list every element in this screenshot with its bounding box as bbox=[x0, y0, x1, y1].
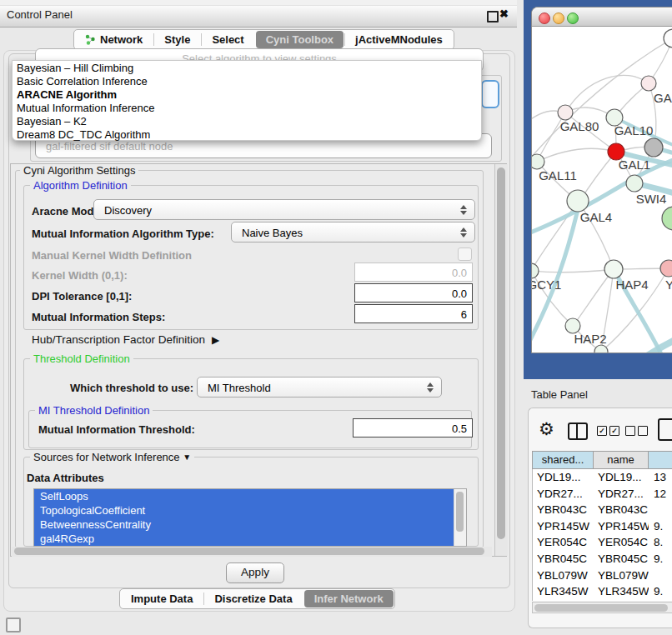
zoom-window-icon[interactable] bbox=[567, 12, 579, 24]
table-row[interactable]: YLR345WYLR345W9. bbox=[533, 583, 672, 600]
close-panel-icon[interactable]: ✖ bbox=[499, 8, 509, 20]
minimize-window-icon[interactable] bbox=[553, 12, 564, 24]
table-cell: YLR345W bbox=[594, 583, 649, 600]
network-edge[interactable] bbox=[532, 269, 614, 272]
manual-kernel-checkbox[interactable] bbox=[458, 248, 472, 261]
column-header-third[interactable] bbox=[649, 452, 672, 468]
tab-network[interactable]: Network bbox=[74, 30, 153, 49]
table-row[interactable]: YDR27...YDR27...12 bbox=[533, 486, 672, 502]
mi-threshold-input[interactable]: 0.5 bbox=[353, 418, 473, 438]
settings-vertical-scrollbar[interactable] bbox=[494, 164, 508, 556]
threshold-definition-title: Threshold Definition bbox=[30, 352, 133, 365]
which-threshold-combo[interactable]: MI Threshold bbox=[197, 377, 442, 398]
network-node[interactable] bbox=[660, 260, 672, 277]
table-settings-gear-icon[interactable]: ⚙ bbox=[539, 420, 554, 438]
table-row[interactable]: YDL19...YDL19...13 bbox=[533, 469, 672, 486]
list-scrollbar[interactable] bbox=[454, 489, 466, 546]
table-cell: YBR043C bbox=[594, 502, 649, 518]
table-cell: YER054C bbox=[594, 534, 649, 551]
tab-discretize-data[interactable]: Discretize Data bbox=[203, 589, 303, 608]
stepper-icon bbox=[427, 382, 434, 392]
tab-label: Style bbox=[164, 33, 190, 46]
data-attributes-list[interactable]: SelfLoopsTopologicalCoefficientBetweenne… bbox=[33, 488, 467, 547]
network-node[interactable] bbox=[641, 76, 656, 91]
algorithm-option[interactable]: Bayesian – K2 bbox=[13, 115, 481, 128]
network-node[interactable] bbox=[644, 138, 663, 157]
select-all-columns-icon[interactable]: ✓✓ bbox=[597, 426, 619, 436]
algorithm-option[interactable]: Dream8 DC_TDC Algorithm bbox=[13, 128, 481, 142]
table-row[interactable]: YBL079WYBL079W bbox=[533, 568, 672, 584]
network-node[interactable] bbox=[664, 29, 672, 48]
table-body: YDL19...YDL19...13YDR27...YDR27...12YBR0… bbox=[532, 469, 672, 601]
export-table-icon[interactable] bbox=[658, 418, 672, 441]
table-cell bbox=[649, 502, 672, 518]
node-label: GCY1 bbox=[532, 278, 561, 292]
node-label: GAL4 bbox=[580, 210, 612, 224]
table-row[interactable]: YPR145WYPR145W9. bbox=[533, 518, 672, 535]
tab-impute-data[interactable]: Impute Data bbox=[120, 589, 203, 608]
scrollbar-thumb[interactable] bbox=[14, 548, 484, 555]
data-attribute-item[interactable]: gal4RGexp bbox=[34, 532, 454, 546]
network-node[interactable] bbox=[558, 105, 573, 120]
collapsed-panel-icon[interactable] bbox=[6, 618, 21, 632]
table-cell: YJL052C bbox=[594, 600, 649, 601]
float-panel-icon[interactable] bbox=[487, 11, 499, 22]
deselect-all-columns-icon[interactable] bbox=[625, 426, 648, 436]
table-row[interactable]: YBR043CYBR043C bbox=[533, 502, 672, 518]
algorithm-option[interactable]: Basic Correlation Inference bbox=[13, 75, 481, 88]
hub-section-label: Hub/Transcription Factor Definition bbox=[32, 333, 205, 346]
table-cell: YBR045C bbox=[594, 551, 649, 568]
network-node[interactable] bbox=[594, 345, 608, 353]
network-canvas[interactable]: GALGAL80GAL10GAL1GAL11SWI4GAL4GCY1HAP4YH… bbox=[532, 26, 672, 353]
mi-type-value: Naive Bayes bbox=[232, 222, 474, 239]
table-row[interactable]: YJL052CYJL052C0. bbox=[533, 600, 672, 601]
tab-infer-network[interactable]: Infer Network bbox=[304, 590, 394, 608]
table-row[interactable]: YER054CYER054C8. bbox=[533, 534, 672, 551]
tab-jactivemnodules[interactable]: jActiveMNodules bbox=[344, 30, 454, 49]
network-edge[interactable] bbox=[537, 148, 616, 162]
control-panel-tabbar: Network Style Select Cyni Toolbox jActiv… bbox=[73, 29, 454, 50]
column-header-name[interactable]: name bbox=[594, 452, 649, 468]
algorithm-option[interactable]: Bayesian – Hill Climbing bbox=[13, 62, 481, 75]
scrollbar-thumb[interactable] bbox=[534, 604, 668, 612]
network-window-titlebar[interactable] bbox=[532, 8, 672, 27]
apply-button[interactable]: Apply bbox=[226, 562, 284, 583]
network-window: GALGAL80GAL10GAL1GAL11SWI4GAL4GCY1HAP4YH… bbox=[531, 7, 672, 353]
mi-type-combo[interactable]: Naive Bayes bbox=[231, 222, 475, 242]
network-edge[interactable] bbox=[574, 269, 614, 325]
control-panel-titlebar bbox=[0, 5, 517, 28]
table-cell: YDR27... bbox=[533, 486, 594, 502]
sources-group-title[interactable]: Sources for Network Inference ▼ bbox=[30, 451, 194, 463]
network-node[interactable] bbox=[662, 207, 672, 230]
data-attribute-item[interactable]: BetweennessCentrality bbox=[34, 518, 454, 532]
scrollbar-thumb[interactable] bbox=[497, 168, 505, 539]
network-node[interactable] bbox=[604, 260, 623, 278]
column-header-shared-name[interactable]: shared... bbox=[533, 452, 594, 468]
table-horizontal-scrollbar[interactable] bbox=[532, 602, 672, 613]
dpi-tolerance-input[interactable]: 0.0 bbox=[354, 283, 473, 302]
close-window-icon[interactable] bbox=[539, 12, 550, 24]
algorithm-option[interactable]: Mutual Information Inference bbox=[13, 102, 481, 115]
settings-horizontal-scrollbar[interactable] bbox=[12, 547, 492, 557]
mi-steps-input[interactable]: 6 bbox=[354, 304, 473, 323]
network-node[interactable] bbox=[532, 154, 544, 169]
kernel-width-label: Kernel Width (0,1): bbox=[32, 269, 128, 282]
hub-section-toggle[interactable]: Hub/Transcription Factor Definition▶ bbox=[32, 333, 219, 346]
algorithm-definition-title: Algorithm Definition bbox=[30, 179, 131, 192]
data-attribute-item[interactable]: TopologicalCoefficient bbox=[34, 503, 454, 518]
network-node[interactable] bbox=[567, 190, 589, 212]
tab-cyni-toolbox[interactable]: Cyni Toolbox bbox=[256, 31, 344, 48]
aracne-mode-combo[interactable]: Discovery bbox=[93, 199, 475, 220]
data-attribute-item[interactable]: SelfLoops bbox=[34, 489, 454, 503]
network-node[interactable] bbox=[626, 175, 643, 192]
table-cell: 9. bbox=[649, 583, 672, 600]
tab-select[interactable]: Select bbox=[201, 30, 254, 49]
kernel-width-input[interactable]: 0.0 bbox=[354, 262, 473, 282]
algorithm-option[interactable]: ARACNE Algorithm bbox=[13, 88, 481, 102]
network-node[interactable] bbox=[532, 263, 539, 278]
tab-label: Impute Data bbox=[131, 592, 193, 605]
split-view-icon[interactable] bbox=[568, 422, 588, 440]
scrollbar-thumb[interactable] bbox=[456, 492, 464, 532]
tab-style[interactable]: Style bbox=[153, 30, 201, 49]
table-row[interactable]: YBR045CYBR045C9. bbox=[533, 551, 672, 568]
